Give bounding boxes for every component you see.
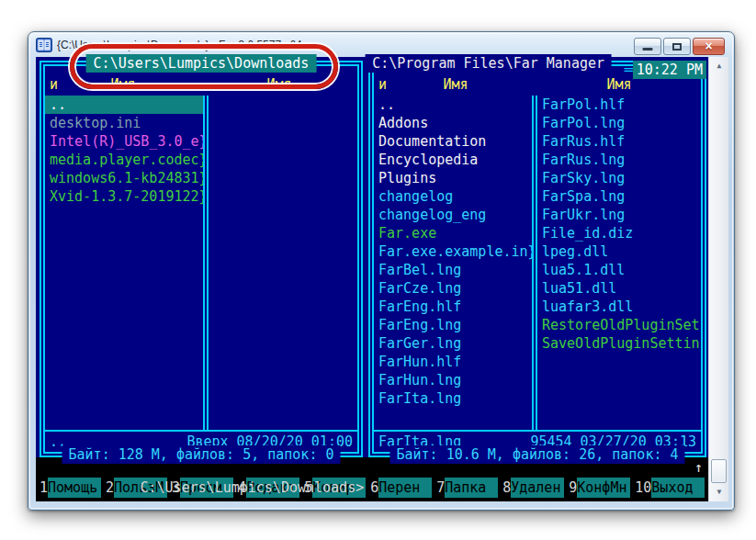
file-item[interactable]: FarBel.lng (374, 261, 532, 279)
file-item[interactable]: changelog_eng (374, 206, 532, 224)
file-item[interactable]: media.player.codec} (45, 151, 203, 169)
fkey-label: КонфМн (577, 478, 630, 498)
fkey-10[interactable]: 10Выход (635, 478, 705, 498)
desktop: {C:\Users\Lumpics\Downloads} - Far 3.0.5… (0, 0, 756, 540)
right-file-list-2: FarPol.hlfFarPol.lngFarRus.hlfFarRus.lng… (537, 96, 701, 430)
file-item[interactable]: File_id.diz (537, 224, 701, 242)
fkey-label: Выход (651, 478, 705, 498)
file-item[interactable]: Far.exe.example.in} (374, 242, 532, 261)
command-area: C:\Users\Lumpics\Downloads> ↑ 1Помощь2По… (36, 457, 708, 501)
left-file-list: ..desktop.iniIntel(R)_USB_3.0_e}media.pl… (45, 96, 203, 430)
file-item[interactable]: Plugins (374, 169, 532, 187)
file-item[interactable]: Documentation (374, 132, 532, 151)
file-item[interactable]: FarPol.lng (537, 114, 701, 132)
file-item[interactable]: FarEng.lng (374, 316, 532, 334)
scroll-down-icon[interactable]: ▼ (709, 485, 729, 500)
far-manager-icon (36, 38, 52, 52)
left-panel-body: ..desktop.iniIntel(R)_USB_3.0_e}media.pl… (45, 96, 357, 432)
fkey-label: Перен (378, 478, 432, 498)
scroll-up-icon[interactable]: ▲ (709, 59, 729, 73)
left-sort-indicator: и (50, 73, 58, 96)
title-bar[interactable]: {C:\Users\Lumpics\Downloads} - Far 3.0.5… (28, 32, 734, 57)
file-item[interactable]: FarCze.lng (374, 279, 532, 298)
right-panel-body: ..AddonsDocumentationEncyclopediaPlugins… (374, 96, 701, 432)
right-panel-totals: Байт: 10.6 М, файлов: 26, папок: 4 (389, 445, 684, 464)
maximize-icon (672, 43, 682, 51)
file-item[interactable]: windows6.1-kb24831} (45, 169, 203, 187)
right-panel-path[interactable]: C:\Program Files\Far Manager (365, 54, 612, 73)
fkey-label: Папка (445, 478, 498, 498)
file-item[interactable]: Intel(R)_USB_3.0_e} (45, 132, 203, 151)
fkey-8[interactable]: 8Удален (502, 478, 564, 498)
left-col1-header[interactable]: Имя (45, 73, 201, 96)
left-col2-header[interactable]: Имя (201, 73, 357, 96)
file-item[interactable]: Xvid-1.3.7-2019122} (45, 187, 203, 206)
file-item[interactable]: FarPol.hlf (537, 96, 701, 114)
file-item[interactable]: RestoreOldPluginSet} (537, 316, 701, 334)
file-item[interactable]: FarRus.hlf (537, 132, 701, 151)
left-panel-totals: Байт: 128 М, файлов: 5, папок: 0 (62, 445, 341, 464)
file-item[interactable]: FarGer.lng (374, 334, 532, 353)
fkey-7[interactable]: 7Папка (436, 478, 498, 498)
right-file-list-1: ..AddonsDocumentationEncyclopediaPlugins… (374, 96, 532, 430)
file-item[interactable]: lua5.1.dll (537, 261, 701, 279)
file-item[interactable]: luafar3.dll (537, 298, 701, 316)
file-item[interactable]: FarHun.lng (374, 371, 532, 389)
fkey-9[interactable]: 9КонфМн (569, 478, 630, 498)
console-area: C:\Users\Lumpics\Downloads и Имя Имя ..d… (36, 57, 708, 501)
file-item[interactable]: FarSky.lng (537, 169, 701, 187)
caption-buttons: × (634, 38, 725, 55)
file-item[interactable]: lpeg.dll (537, 242, 701, 261)
fkey-number: 7 (436, 478, 445, 498)
fkey-number: 10 (635, 478, 651, 498)
fkey-number: 9 (569, 478, 577, 498)
file-item[interactable]: Far.exe (374, 224, 532, 242)
file-item[interactable]: .. (45, 96, 203, 114)
left-column-headers: и Имя Имя (45, 73, 357, 96)
far-manager-window: {C:\Users\Lumpics\Downloads} - Far 3.0.5… (28, 31, 735, 511)
file-item[interactable]: FarUkr.lng (537, 206, 701, 224)
minimize-button[interactable] (634, 38, 661, 55)
left-panel: C:\Users\Lumpics\Downloads и Имя Имя ..d… (39, 61, 363, 457)
file-item[interactable]: Addons (374, 114, 532, 132)
clock-border-dash: ═ (625, 61, 633, 79)
fkey-6[interactable]: 6Перен (370, 478, 432, 498)
minimize-icon (643, 48, 653, 51)
file-item[interactable]: SaveOldPluginSettin} (537, 334, 701, 353)
file-item[interactable]: FarSpa.lng (537, 187, 701, 206)
scrollbar[interactable]: ▲ ▼ (708, 57, 728, 501)
file-item[interactable]: FarRus.lng (537, 151, 701, 169)
history-up-icon: ↑ (694, 457, 703, 478)
file-item[interactable]: desktop.ini (45, 114, 203, 132)
fkey-label: Удален (511, 478, 564, 498)
file-item[interactable]: FarEng.hlf (374, 298, 532, 316)
command-prompt: C:\Users\Lumpics\Downloads> (140, 479, 364, 496)
left-file-list-2 (209, 96, 357, 430)
fkey-number: 6 (370, 478, 378, 498)
file-item[interactable]: .. (374, 96, 532, 114)
scrollbar-thumb[interactable] (711, 459, 727, 483)
file-item[interactable]: changelog (374, 187, 532, 206)
clock-area: ═ 10:22 PM (625, 61, 706, 79)
clock: 10:22 PM (633, 61, 706, 79)
window-title: {C:\Users\Lumpics\Downloads} - Far 3.0.5… (57, 39, 302, 51)
file-item[interactable]: FarHun.hlf (374, 353, 532, 371)
fkey-number: 8 (502, 478, 511, 498)
left-panel-path[interactable]: C:\Users\Lumpics\Downloads (86, 54, 317, 73)
close-icon: × (694, 39, 724, 53)
right-col1-header[interactable]: Имя (374, 73, 537, 96)
right-panel: C:\Program Files\Far Manager и Имя Имя .… (368, 61, 706, 457)
console-client: C:\Users\Lumpics\Downloads и Имя Имя ..d… (36, 57, 728, 501)
maximize-button[interactable] (663, 38, 691, 55)
file-item[interactable]: Encyclopedia (374, 151, 532, 169)
file-item[interactable]: FarIta.lng (374, 389, 532, 408)
close-button[interactable]: × (693, 38, 725, 55)
file-item[interactable]: lua51.dll (537, 279, 701, 298)
right-sort-indicator: и (378, 73, 387, 96)
